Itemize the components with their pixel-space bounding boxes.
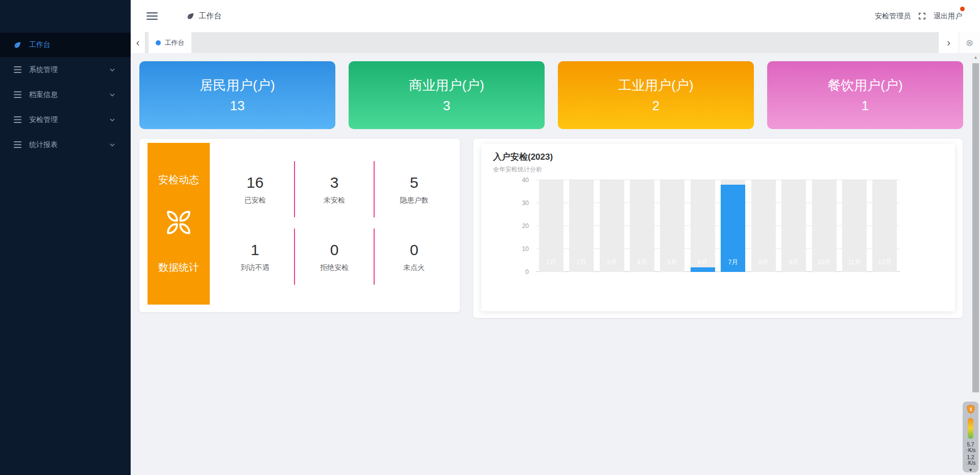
shield-badge-icon: 1 <box>966 404 976 415</box>
x-axis-month-label: 3月 <box>597 258 627 267</box>
chart-subtitle: 全年安检统计分析 <box>493 165 542 174</box>
x-axis-month-label: 10月 <box>809 258 839 267</box>
stat-value: 3 <box>330 174 339 191</box>
shield-badge-count: 1 <box>969 407 972 412</box>
leaf-icon <box>187 12 194 20</box>
chevron-down-icon <box>109 92 115 98</box>
chart-bar-slot: 5月 <box>657 180 688 272</box>
x-axis-month-label: 6月 <box>688 258 718 267</box>
scrollbar-up-arrow[interactable]: ▲ <box>971 53 980 62</box>
sidebar-item-label: 统计报表 <box>29 140 58 149</box>
stats-side-subtitle: 数据统计 <box>158 261 199 274</box>
sidebar-item-label: 安检管理 <box>29 115 58 124</box>
chevron-down-icon <box>109 67 115 73</box>
chart-bar-slot: 1月 <box>536 180 566 272</box>
upload-speed-value: 5.7 <box>967 442 974 447</box>
tab-scroll-right-button[interactable]: › <box>938 32 959 53</box>
chart-bar-slot: 7月 <box>718 180 748 272</box>
stat-hazard-households: 5 隐患户数 <box>375 161 454 217</box>
card-catering-users[interactable]: 餐饮用户(户) 1 <box>767 61 963 129</box>
stat-label: 隐患户数 <box>400 196 428 205</box>
chart-bar-slot: 4月 <box>627 180 657 272</box>
chart-bar-slot: 10月 <box>809 180 839 272</box>
chart-card: 入户安检(2023) 全年安检统计分析 0102030401月2月3月4月5月6… <box>481 144 955 311</box>
sidebar-item-label: 档案信息 <box>29 90 58 99</box>
upload-speed-unit: ↑K/s <box>966 447 975 453</box>
logout-button[interactable]: 退出用户 <box>934 12 963 21</box>
tab-workbench[interactable]: 工作台 <box>149 32 191 53</box>
menu-lines-icon <box>14 116 21 123</box>
stat-visit-missed: 1 到访不遇 <box>216 229 295 285</box>
download-speed-value: 1.2 <box>967 455 974 460</box>
chevron-down-icon <box>109 142 115 148</box>
stats-side-title: 安检动态 <box>158 173 199 187</box>
chart-bar-slot: 12月 <box>870 180 900 272</box>
stat-label: 到访不遇 <box>241 263 270 272</box>
stat-label: 已安检 <box>244 196 266 205</box>
sidebar-item-workbench[interactable]: 工作台 <box>0 33 131 57</box>
net-speed-widget[interactable]: 1 5.7 ↑K/s 1.2 ↓K/s ▼ <box>963 402 978 472</box>
card-industrial-users[interactable]: 工业用户(户) 2 <box>558 61 754 129</box>
x-axis-month-label: 2月 <box>566 258 596 267</box>
x-axis-month-label: 11月 <box>839 258 869 267</box>
chart-bar-slot: 11月 <box>839 180 869 272</box>
chart-bar-slot: 6月 <box>688 180 718 272</box>
sidebar-item-reports[interactable]: 统计报表 <box>0 132 131 157</box>
card-resident-users[interactable]: 居民用户(户) 13 <box>139 61 335 129</box>
fullscreen-icon[interactable] <box>918 12 926 20</box>
sidebar-menu: 工作台 系统管理 档案信息 <box>0 0 131 157</box>
tab-scroll-left-button[interactable]: ‹ <box>131 32 145 53</box>
stat-label: 未点火 <box>403 263 425 272</box>
bar-chart-plot: 0102030401月2月3月4月5月6月7月8月9月10月11月12月 <box>536 180 900 272</box>
tab-bar: ‹ 工作台 › ⊗ <box>131 32 980 53</box>
card-label: 餐饮用户(户) <box>827 77 902 94</box>
card-value: 13 <box>230 98 245 114</box>
card-value: 3 <box>443 98 450 114</box>
card-commercial-users[interactable]: 商业用户(户) 3 <box>349 61 545 129</box>
x-axis-month-label: 4月 <box>627 258 657 267</box>
dashboard-page: 工作台 系统管理 档案信息 <box>0 0 980 475</box>
download-speed-unit: ↓K/s <box>966 460 975 466</box>
chart-bar-slot: 3月 <box>597 180 627 272</box>
inspection-stats-panel: 安检动态 数据统计 16 已安检 3 未安检 5 <box>139 139 460 312</box>
stats-grid: 16 已安检 3 未安检 5 隐患户数 1 到访不遇 0 拒绝安检 0 未点火 <box>216 161 454 285</box>
scrollbar-thumb[interactable] <box>972 63 979 392</box>
tab-bar-spacer <box>191 32 938 53</box>
sidebar-item-system[interactable]: 系统管理 <box>0 57 131 82</box>
y-axis-tick-label: 10 <box>522 245 529 253</box>
sidebar-item-inspection[interactable]: 安检管理 <box>0 107 131 132</box>
y-axis-tick-label: 40 <box>522 177 529 184</box>
top-header: 工作台 安检管理员 退出用户 <box>131 0 980 32</box>
chart-bar-slot: 9月 <box>778 180 808 272</box>
header-right: 安检管理员 退出用户 <box>875 12 963 21</box>
stat-value: 5 <box>410 174 419 191</box>
x-axis-month-label: 9月 <box>778 258 808 267</box>
chevron-down-icon <box>109 117 115 123</box>
close-tabs-icon[interactable]: ⊗ <box>959 32 980 53</box>
chart-bar-slot: 8月 <box>748 180 778 272</box>
sidebar: 工作台 系统管理 档案信息 <box>0 0 131 475</box>
stat-not-ignited: 0 未点火 <box>375 229 454 285</box>
y-axis-tick-label: 30 <box>522 199 529 207</box>
hamburger-icon[interactable] <box>146 12 158 20</box>
y-axis-tick-label: 20 <box>522 222 529 230</box>
username-label[interactable]: 安检管理员 <box>875 12 911 21</box>
widget-collapse-icon[interactable]: ▼ <box>969 468 973 472</box>
notification-dot <box>960 7 965 11</box>
x-axis-month-label: 8月 <box>748 258 778 267</box>
active-tab-dot <box>156 40 161 45</box>
sidebar-item-archives[interactable]: 档案信息 <box>0 82 131 107</box>
x-axis-month-label: 12月 <box>870 258 900 267</box>
card-label: 工业用户(户) <box>618 77 693 94</box>
menu-lines-icon <box>14 66 21 73</box>
leaf-icon <box>14 41 21 49</box>
card-value: 1 <box>862 98 869 114</box>
bar-value <box>691 267 715 272</box>
y-axis-tick-label: 0 <box>525 268 529 276</box>
card-value: 2 <box>652 98 659 114</box>
stat-inspected: 16 已安检 <box>216 161 295 217</box>
card-label: 居民用户(户) <box>200 77 275 94</box>
x-axis-month-label: 7月 <box>718 258 748 267</box>
menu-lines-icon <box>14 91 21 98</box>
chart-bar-slot: 2月 <box>566 180 596 272</box>
